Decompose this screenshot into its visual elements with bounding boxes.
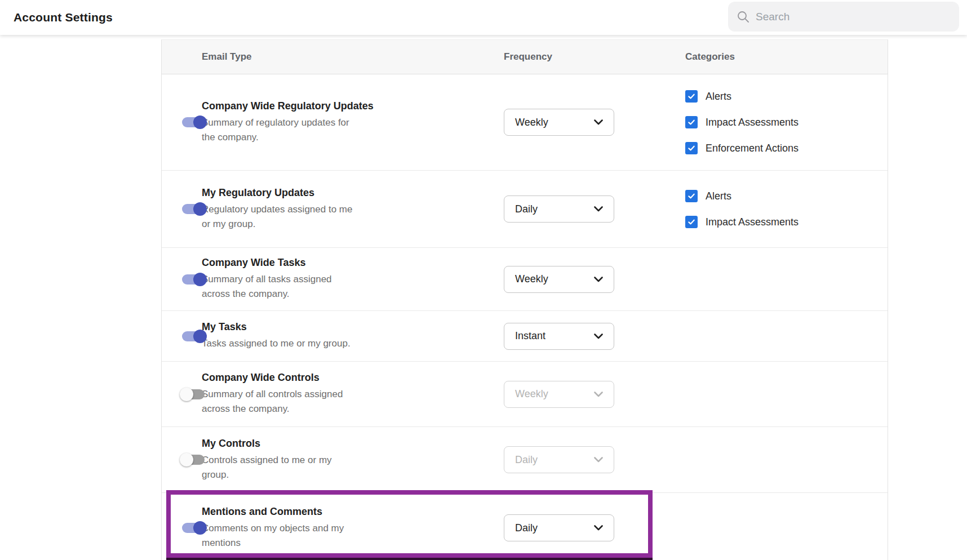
top-app-bar: Account Settings (0, 0, 967, 35)
categories-cell (685, 269, 888, 290)
frequency-dropdown[interactable]: Daily (504, 514, 614, 541)
categories-cell (685, 384, 888, 405)
toggle-switch[interactable] (180, 388, 207, 401)
search-icon (737, 11, 749, 23)
search-input[interactable] (756, 11, 950, 23)
category-checkbox[interactable] (685, 90, 698, 103)
email-type-cell: My Regulatory Updates Regulatory updates… (202, 187, 504, 232)
category-checkbox[interactable] (685, 142, 698, 154)
email-type-cell: Company Wide Regulatory Updates Summary … (202, 100, 504, 145)
table-row: Company Wide Regulatory Updates Summary … (162, 74, 888, 171)
table-row: My Controls Controls assigned to me or m… (162, 427, 888, 493)
email-type-description: Controls assigned to me or my group. (202, 453, 487, 482)
category-item: Enforcement Actions (685, 142, 888, 154)
category-label: Impact Assessments (706, 117, 799, 128)
frequency-dropdown[interactable]: Weekly (504, 109, 614, 136)
email-type-description: Comments on my objects and my mentions (202, 521, 487, 550)
chevron-down-icon (594, 119, 603, 125)
email-type-title: Company Wide Regulatory Updates (202, 100, 487, 112)
frequency-dropdown[interactable]: Daily (504, 195, 614, 223)
email-type-description: Summary of all controls assigned across … (202, 387, 487, 416)
toggle-thumb (193, 521, 207, 535)
checkmark-icon (687, 192, 696, 201)
email-type-cell: Mentions and Comments Comments on my obj… (202, 506, 504, 550)
email-type-cell: My Controls Controls assigned to me or m… (202, 438, 504, 482)
toggle-thumb (180, 453, 193, 466)
table-row: My Tasks Tasks assigned to me or my grou… (162, 311, 888, 362)
category-item: Alerts (685, 90, 888, 103)
toggle-switch[interactable] (180, 115, 207, 129)
frequency-value: Weekly (515, 388, 548, 400)
table-row: Company Wide Controls Summary of all con… (162, 362, 888, 427)
email-type-description: Summary of regulatory updates for the co… (202, 115, 487, 145)
toggle-switch[interactable] (180, 330, 207, 343)
email-type-title: Company Wide Tasks (202, 257, 487, 269)
checkmark-icon (687, 217, 696, 226)
frequency-value: Weekly (515, 117, 548, 128)
table-header-row: Email Type Frequency Categories (162, 40, 888, 74)
frequency-dropdown[interactable]: Instant (504, 323, 614, 350)
email-type-description: Regulatory updates assigned to me or my … (202, 202, 487, 232)
categories-cell: Alerts Impact Assessments (685, 180, 888, 238)
checkmark-icon (687, 92, 696, 101)
category-label: Enforcement Actions (706, 143, 799, 154)
frequency-value: Weekly (515, 273, 548, 285)
frequency-dropdown[interactable]: Weekly (504, 266, 614, 293)
checkmark-icon (687, 144, 696, 153)
chevron-down-icon (594, 206, 603, 212)
email-settings-table: Email Type Frequency Categories Company … (161, 39, 888, 560)
email-type-cell: Company Wide Controls Summary of all con… (202, 372, 504, 416)
email-type-cell: My Tasks Tasks assigned to me or my grou… (202, 321, 504, 351)
column-header-categories: Categories (685, 51, 888, 63)
category-checkbox[interactable] (685, 190, 698, 202)
frequency-value: Daily (515, 454, 538, 466)
category-item: Impact Assessments (685, 116, 888, 128)
checkmark-icon (687, 118, 696, 127)
frequency-cell: Daily (504, 195, 685, 223)
frequency-cell: Weekly (504, 381, 685, 408)
email-type-title: My Controls (202, 438, 487, 450)
toggle-switch[interactable] (180, 273, 207, 286)
email-type-description: Tasks assigned to me or my group. (202, 336, 487, 351)
table-row: Mentions and Comments Comments on my obj… (162, 493, 888, 560)
category-label: Impact Assessments (706, 216, 799, 228)
categories-cell (685, 450, 888, 470)
category-item: Impact Assessments (685, 216, 888, 228)
chevron-down-icon (594, 334, 603, 339)
chevron-down-icon (594, 457, 603, 463)
email-type-title: Mentions and Comments (202, 506, 487, 518)
column-header-frequency: Frequency (504, 51, 685, 63)
category-checkbox[interactable] (685, 116, 698, 128)
table-row: My Regulatory Updates Regulatory updates… (162, 171, 888, 248)
chevron-down-icon (594, 525, 603, 531)
frequency-cell: Instant (504, 323, 685, 350)
table-row: Company Wide Tasks Summary of all tasks … (162, 248, 888, 311)
toggle-thumb (180, 388, 193, 401)
categories-cell (685, 518, 888, 538)
email-type-description: Summary of all tasks assigned across the… (202, 272, 487, 301)
frequency-cell: Daily (504, 514, 685, 541)
toggle-switch[interactable] (180, 521, 207, 535)
toggle-switch[interactable] (180, 202, 207, 216)
frequency-cell: Weekly (504, 266, 685, 293)
email-type-title: My Regulatory Updates (202, 187, 487, 199)
search-box[interactable] (728, 2, 959, 32)
toggle-thumb (193, 273, 207, 286)
frequency-value: Daily (515, 522, 538, 534)
category-checkbox[interactable] (685, 216, 698, 228)
categories-cell (685, 326, 888, 346)
frequency-value: Instant (515, 330, 545, 342)
category-label: Alerts (706, 190, 731, 202)
chevron-down-icon (594, 277, 603, 282)
email-type-cell: Company Wide Tasks Summary of all tasks … (202, 257, 504, 301)
email-table-body: Company Wide Regulatory Updates Summary … (162, 74, 888, 560)
toggle-thumb (193, 202, 207, 216)
frequency-dropdown: Daily (504, 446, 614, 473)
toggle-switch[interactable] (180, 453, 207, 466)
toggle-thumb (193, 115, 207, 129)
page-title: Account Settings (14, 0, 113, 35)
frequency-cell: Daily (504, 446, 685, 473)
category-label: Alerts (706, 91, 731, 103)
email-type-title: My Tasks (202, 321, 487, 333)
frequency-dropdown: Weekly (504, 381, 614, 408)
